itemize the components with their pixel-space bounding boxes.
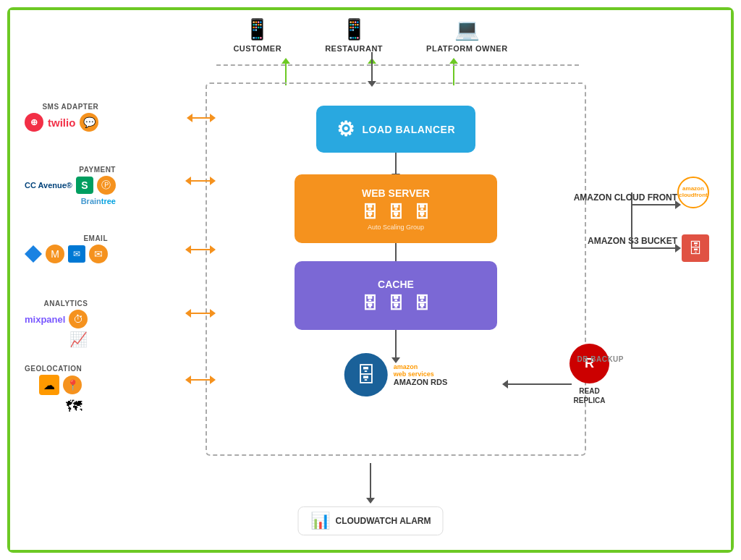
analytics-arrow bbox=[190, 313, 211, 314]
mixpanel-logo: mixpanel bbox=[25, 314, 65, 325]
mailchimp-logo: M bbox=[46, 245, 64, 263]
customer-icon: 📱 bbox=[245, 17, 270, 41]
cache-box: CACHE 🗄 🗄 🗄 bbox=[295, 261, 497, 330]
cache-db-icon-3: 🗄 bbox=[414, 294, 430, 313]
user-platform-owner: 💻 PLATFORM OWNER bbox=[426, 17, 508, 53]
geolocation-logos: ☁ 📍 bbox=[39, 375, 82, 395]
s3-arrow-h bbox=[632, 247, 677, 249]
rds-to-cloudwatch-arrow bbox=[370, 463, 371, 499]
cloudwatch-icon: 📊 bbox=[310, 512, 330, 530]
aws-geo-logo: ☁ bbox=[39, 375, 59, 395]
web-server-box: WEB SERVER 🗄 🗄 🗄 Auto Scaling Group bbox=[295, 174, 497, 243]
arrow-lb-to-ws bbox=[395, 152, 397, 175]
cloudfront-section: amazoncloudfront bbox=[677, 177, 709, 208]
rds-text: amazonweb services AMAZON RDS bbox=[394, 363, 448, 386]
read-replica-section: R READREPLICA bbox=[569, 344, 609, 405]
platform-owner-label: PLATFORM OWNER bbox=[426, 44, 508, 53]
analytics-chart-logo: 📈 bbox=[69, 331, 88, 348]
s3-section: 🗄 bbox=[682, 234, 709, 262]
analytics-label: ANALYTICS bbox=[44, 300, 88, 307]
sendgrid-logo bbox=[25, 245, 42, 263]
cache-db-icon-1: 🗄 bbox=[362, 294, 378, 313]
geolocation-section: GEOLOCATION ☁ 📍 🗺 bbox=[25, 365, 82, 416]
cloudfront-label: AMAZON CLOUD FRONT bbox=[574, 192, 677, 203]
sms-arrow bbox=[191, 117, 211, 119]
aws-text: amazonweb services bbox=[394, 363, 448, 378]
s3-icon: 🗄 bbox=[682, 234, 709, 262]
payment-arrow bbox=[190, 180, 211, 182]
payment-label: PAYMENT bbox=[79, 166, 116, 174]
redis-icon: R bbox=[569, 344, 609, 383]
payment-orange-btn: Ⓟ bbox=[97, 176, 116, 195]
cloudfront-logo-circle: amazoncloudfront bbox=[677, 177, 709, 208]
server-icon-3: 🗄 bbox=[414, 203, 430, 222]
cache-label: CACHE bbox=[378, 279, 414, 290]
restaurant-icon: 📱 bbox=[342, 17, 367, 41]
cloudfront-logo-text: amazoncloudfront bbox=[679, 186, 708, 199]
cloudwatch-label: CLOUDWATCH ALARM bbox=[336, 516, 431, 526]
braintree-row: Braintree bbox=[81, 197, 116, 205]
load-balancer-box: ⚙ LOAD BALANCER bbox=[316, 106, 475, 153]
arrow-ws-to-cache bbox=[395, 242, 397, 263]
load-balancer-icon: ⚙ bbox=[336, 117, 355, 141]
email-arrow bbox=[190, 249, 211, 250]
cloudwatch-box: 📊 CLOUDWATCH ALARM bbox=[298, 506, 444, 535]
cloudfront-arrow-h bbox=[632, 204, 677, 205]
ccavenue-logo: CC Avenue® bbox=[25, 181, 72, 190]
right-vertical-line bbox=[631, 204, 632, 249]
server-icon-2: 🗄 bbox=[388, 203, 404, 222]
load-balancer-label: LOAD BALANCER bbox=[362, 124, 455, 135]
cache-db-icon-2: 🗄 bbox=[388, 294, 404, 313]
cloudfront-logo-block: amazoncloudfront bbox=[677, 177, 709, 208]
rds-db-icon: 🗄 bbox=[356, 363, 376, 387]
db-backup-label: DB BACKUP bbox=[577, 355, 624, 363]
analytics-orange-btn: ⏱ bbox=[69, 310, 88, 328]
email-orange-btn: ✉ bbox=[89, 245, 108, 263]
auto-scaling-label: Auto Scaling Group bbox=[368, 224, 424, 231]
sms-orange-btn: 💬 bbox=[80, 113, 98, 132]
replica-to-rds-arrow bbox=[507, 383, 572, 385]
geolocation-orange-btn: 📍 bbox=[63, 376, 82, 394]
platform-owner-icon: 💻 bbox=[454, 17, 480, 41]
architecture-diagram: 📱 CUSTOMER 📱 RESTAURANT 💻 PLATFORM OWNER bbox=[10, 10, 731, 550]
payment-logos: CC Avenue® S Ⓟ bbox=[25, 176, 116, 195]
payment-section: PAYMENT CC Avenue® S Ⓟ Braintree bbox=[25, 166, 116, 205]
customer-label: CUSTOMER bbox=[233, 44, 281, 53]
email-section: EMAIL M ✉ ✉ bbox=[25, 234, 108, 263]
sms-logos: ⊕ twilio 💬 bbox=[25, 113, 98, 132]
googlemaps-logo: 🗺 bbox=[66, 397, 82, 416]
sms-adapter-section: SMS ADAPTER ⊕ twilio 💬 bbox=[25, 103, 98, 132]
user-customer: 📱 CUSTOMER bbox=[233, 17, 281, 53]
outlook-logo: ✉ bbox=[68, 245, 85, 263]
aws-container: ⚙ LOAD BALANCER WEB SERVER 🗄 🗄 🗄 Auto Sc… bbox=[206, 82, 586, 456]
stripe-logo: S bbox=[76, 177, 93, 194]
top-users-row: 📱 CUSTOMER 📱 RESTAURANT 💻 PLATFORM OWNER bbox=[233, 17, 507, 53]
geolocation-label: GEOLOCATION bbox=[25, 365, 82, 373]
amazon-rds-box: 🗄 amazonweb services AMAZON RDS bbox=[344, 353, 448, 396]
restaurant-label: RESTAURANT bbox=[325, 44, 383, 53]
geolocation-arrow bbox=[190, 379, 211, 381]
sms-label: SMS ADAPTER bbox=[42, 103, 98, 111]
analytics-section: ANALYTICS mixpanel ⏱ 📈 bbox=[25, 300, 88, 348]
braintree-logo: Braintree bbox=[81, 197, 116, 205]
read-replica-label: READREPLICA bbox=[574, 386, 606, 405]
analytics-logos: mixpanel ⏱ bbox=[25, 310, 88, 328]
twilio-icon: ⊕ bbox=[25, 113, 43, 132]
twilio-logo-text: twilio bbox=[48, 116, 75, 129]
top-dashed-line bbox=[216, 64, 579, 66]
server-icon-1: 🗄 bbox=[362, 203, 378, 222]
user-restaurant: 📱 RESTAURANT bbox=[325, 17, 383, 53]
web-server-label: WEB SERVER bbox=[362, 187, 430, 199]
web-server-icons: 🗄 🗄 🗄 bbox=[362, 203, 430, 222]
email-label: EMAIL bbox=[83, 234, 108, 242]
rds-label: AMAZON RDS bbox=[394, 378, 448, 386]
chartmogul-logo: 📈 bbox=[69, 331, 88, 348]
email-logos: M ✉ ✉ bbox=[25, 245, 108, 263]
arrow-top-to-lb bbox=[371, 52, 373, 82]
cache-icons: 🗄 🗄 🗄 bbox=[362, 294, 430, 313]
rds-cylinder-icon: 🗄 bbox=[344, 353, 388, 396]
